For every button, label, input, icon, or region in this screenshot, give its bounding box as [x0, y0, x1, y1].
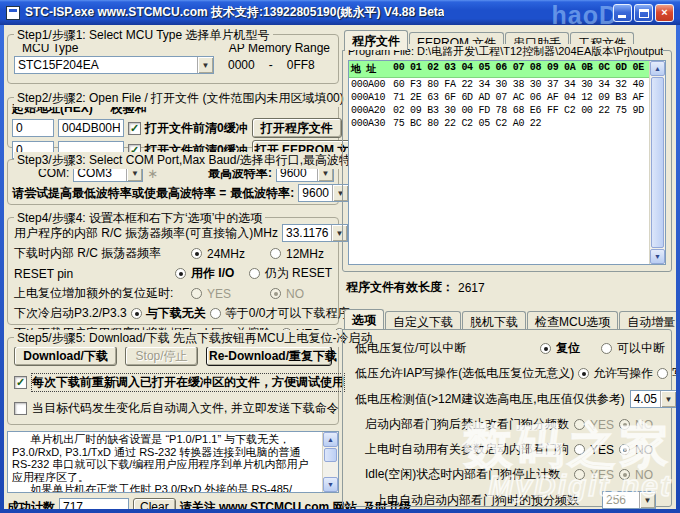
hex-row: 000A20 02 09 B3 30 00 FD 78 68 E6 FF C2 …	[349, 104, 649, 117]
cold-any-radio[interactable]	[131, 308, 142, 319]
ap-range-from: 0000	[228, 58, 255, 72]
por-delay-no-radio	[270, 288, 281, 299]
wdt-prescaler-value: 256	[603, 492, 639, 508]
wdt-prescaler-select[interactable]: 256 ▼	[602, 491, 656, 509]
hex-header-addr: 地 址	[351, 62, 393, 76]
iap-write-label: 允许写操作	[593, 365, 653, 382]
reset-io-radio[interactable]	[175, 268, 186, 279]
tab-program-file[interactable]: 程序文件	[344, 30, 408, 50]
wdt-auto-no-radio[interactable]	[619, 444, 630, 455]
minimize-button[interactable]	[613, 4, 632, 22]
scroll-thumb[interactable]	[324, 448, 337, 462]
tab-check-mcu[interactable]: 检查MCU选项	[527, 311, 618, 329]
wdt-auto-yes-radio[interactable]	[574, 444, 585, 455]
hex-addr: 000A10	[351, 91, 393, 104]
min-baud-value: 9600	[299, 185, 332, 201]
step2-title: Step2/步骤2: Open File / 打开文件 (文件范围内未用区域填0…	[14, 90, 347, 107]
success-count-input[interactable]	[59, 498, 129, 509]
scroll-up-icon[interactable]: ▲	[323, 432, 338, 447]
lvr-int-radio[interactable]	[601, 343, 612, 354]
freq-12mhz-label: 12MHz	[286, 247, 324, 261]
reset-keep-radio[interactable]	[249, 268, 260, 279]
min-baud-label: 最低波特率:	[230, 185, 294, 202]
reset-io-label: 用作 I/O	[191, 265, 244, 282]
open-program-file-button[interactable]: 打开程序文件	[252, 118, 342, 138]
redownload-button[interactable]: Re-Download/重复下载	[206, 346, 332, 366]
help-text: 单片机出厂时的缺省设置是 “P1.0/P1.1” 与下载无关， P3.0/RxD…	[8, 432, 322, 492]
mcu-type-select[interactable]: STC15F204EA ▼	[14, 56, 214, 74]
wdt-idle-label: Idle(空闲)状态时内部看门狗停止计数	[365, 466, 560, 483]
step4-title: Step4/步骤4: 设置本框和右下方‘选项’中的选项	[14, 210, 265, 227]
scroll-thumb[interactable]	[651, 77, 664, 248]
tab-custom-download[interactable]: 自定义下载	[385, 311, 461, 329]
tab-offline-download[interactable]: 脱机下载	[462, 311, 526, 329]
scroll-up-icon[interactable]: ▲	[650, 61, 665, 76]
wdt-idle-no-label: NO	[635, 468, 653, 482]
download-button[interactable]: Download/下载	[14, 346, 117, 366]
maximize-icon	[639, 9, 649, 18]
por-delay-no-label: NO	[286, 287, 304, 301]
client-area: Step1/步骤1: Select MCU Type 选择单片机型号 MCU T…	[4, 25, 676, 509]
step3-title: Step3/步骤3: Select COM Port,Max Baud/选择串行…	[14, 152, 366, 169]
hex-bytes: 60 F3 80 FA 22 34 30 38 30 37 34 30 34 3…	[393, 78, 649, 91]
wdt-auto-label: 上电时自动用有关参数启动内部看门狗	[365, 441, 569, 458]
scroll-down-icon[interactable]: ▼	[323, 477, 338, 492]
title-bar[interactable]: STC-ISP.exe www.STCMCU.com 技术支持:13922805…	[0, 0, 680, 25]
scroll-down-icon[interactable]: ▼	[650, 249, 665, 264]
wdt-lock-no-label: NO	[635, 418, 653, 432]
app-icon	[6, 6, 20, 20]
por-delay-label: 上电复位增加额外的复位延时:	[14, 285, 186, 302]
cold-00-label: 等于0/0才可以下载程序	[225, 305, 350, 322]
hex-bytes: 71 2E 63 6F 6D AD 07 AC 06 AF 04 12 09 B…	[393, 91, 649, 104]
lvr-label: 低电压复位/可以中断	[355, 340, 466, 357]
cold-00-radio[interactable]	[210, 308, 221, 319]
por-delay-yes-label: YES	[207, 287, 265, 301]
hex-viewer[interactable]: 地 址 00 01 02 03 04 05 06 07 08 09 0A 0B …	[348, 60, 666, 265]
step4-group: Step4/步骤4: 设置本框和右下方‘选项’中的选项 用户程序的内部 R/C …	[7, 217, 339, 325]
tab-options[interactable]: 选项	[344, 309, 384, 329]
wdt-idle-no-radio	[619, 469, 630, 480]
hex-scrollbar[interactable]: ▲ ▼	[649, 61, 665, 264]
freq-24mhz-radio[interactable]	[191, 248, 202, 259]
clear-buffer1-checkbox[interactable]: ✓	[128, 122, 141, 135]
help-scrollbar[interactable]: ▲ ▼	[322, 432, 338, 492]
close-button[interactable]: ×	[655, 4, 674, 22]
program-start-addr-input[interactable]	[12, 119, 54, 137]
reset-keep-label: 仍为 RESET	[265, 265, 332, 282]
download-freq-label: 下载时内部 R/C 振荡器频率	[14, 245, 186, 262]
iap-protect-label: 写保护	[672, 365, 676, 382]
freq-12mhz-radio[interactable]	[270, 248, 281, 259]
ap-range-to: 0FF8	[287, 58, 315, 72]
wdt-idle-yes-radio	[574, 469, 585, 480]
hex-row: 000A10 71 2E 63 6F 6D AD 07 AC 06 AF 04 …	[349, 91, 649, 104]
reload-file-checkbox[interactable]: ✓	[14, 376, 27, 389]
maximize-button[interactable]	[634, 4, 653, 22]
clear-count-button[interactable]: Clear	[133, 498, 176, 509]
chevron-down-icon[interactable]: ▼	[639, 492, 655, 508]
lvr-reset-radio[interactable]	[540, 343, 551, 354]
hex-addr: 000A30	[351, 117, 393, 130]
auto-reload-label: 当目标代码发生变化后自动调入文件, 并立即发送下载命令	[32, 400, 339, 417]
step5-title: Step5/步骤5: Download/下载 先点下载按钮再MCU上电复位-冷启…	[14, 330, 375, 347]
iap-protect-radio[interactable]	[657, 368, 668, 379]
tab-auto-increment[interactable]: 自动增量	[619, 311, 676, 329]
auto-reload-checkbox[interactable]	[14, 402, 27, 415]
chevron-down-icon[interactable]: ▼	[660, 391, 676, 407]
help-text-box: 单片机出厂时的缺省设置是 “P1.0/P1.1” 与下载无关， P3.0/RxD…	[7, 431, 339, 493]
clear-buffer1-label: 打开文件前清0缓冲	[145, 120, 248, 137]
lvd-select[interactable]: 4.05 ▼	[630, 390, 676, 408]
chevron-down-icon[interactable]: ▼	[197, 57, 213, 73]
iap-write-radio[interactable]	[578, 368, 589, 379]
wdt-auto-yes-label: YES	[590, 443, 614, 457]
step1-title: Step1/步骤1: Select MCU Type 选择单片机型号	[14, 27, 273, 44]
user-freq-value: 33.1176	[283, 225, 331, 241]
user-freq-select[interactable]: 33.1176 ▼	[282, 224, 348, 242]
lvr-int-label: 可以中断	[617, 340, 665, 357]
reload-file-label: 每次下载前重新调入已打开在缓冲区的文件，方便调试使用	[32, 374, 344, 391]
ap-range-dash: -	[269, 58, 273, 72]
program-checksum-input[interactable]	[58, 119, 124, 137]
hex-bytes: 02 09 B3 30 00 FD 78 68 E6 FF C2 00 22 7…	[393, 104, 649, 117]
program-length-value: 2617	[458, 281, 485, 295]
mcu-type-value: STC15F204EA	[15, 57, 197, 73]
por-delay-yes-radio	[191, 288, 202, 299]
